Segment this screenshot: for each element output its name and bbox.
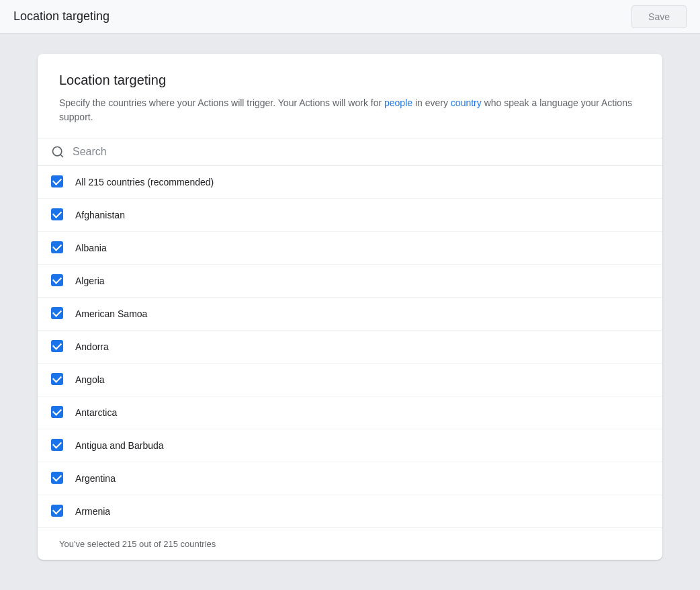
checkbox-4[interactable] [51,307,63,319]
country-link[interactable]: country [451,97,482,108]
checkbox-wrap[interactable] [51,406,64,419]
countries-list[interactable]: All 215 countries (recommended)Afghanist… [38,166,662,528]
country-name: Armenia [75,506,110,517]
top-bar: Location targeting Save [0,0,700,34]
country-name: Andorra [75,341,109,352]
main-card: Location targeting Specify the countries… [38,54,662,560]
checkbox-0[interactable] [51,175,63,187]
checkbox-6[interactable] [51,373,63,385]
checkbox-wrap[interactable] [51,340,64,353]
checkbox-7[interactable] [51,406,63,418]
checkbox-wrap[interactable] [51,373,64,386]
country-name: Antigua and Barbuda [75,440,164,451]
country-name: American Samoa [75,308,147,319]
checkbox-10[interactable] [51,505,63,517]
country-item[interactable]: Albania [38,232,662,265]
svg-line-1 [60,155,63,157]
country-item[interactable]: Armenia [38,495,662,528]
checkbox-9[interactable] [51,472,63,484]
top-bar-title: Location targeting [13,9,110,24]
page-content: Location targeting Specify the countries… [0,34,700,580]
save-button[interactable]: Save [631,5,687,28]
search-bar [38,138,662,166]
selection-count: You've selected 215 out of 215 countries [59,539,216,549]
country-item[interactable]: Angola [38,364,662,396]
country-name: Afghanistan [75,210,125,220]
checkbox-1[interactable] [51,208,63,220]
country-item[interactable]: Afghanistan [38,199,662,232]
country-name: Argentina [75,473,116,484]
country-item[interactable]: American Samoa [38,298,662,331]
checkbox-wrap[interactable] [51,307,64,321]
country-item[interactable]: Argentina [38,462,662,495]
search-input[interactable] [73,146,649,158]
card-title: Location targeting [59,73,641,88]
checkbox-5[interactable] [51,340,63,352]
card-footer: You've selected 215 out of 215 countries [38,528,662,560]
card-header: Location targeting Specify the countries… [38,54,662,138]
checkbox-wrap[interactable] [51,439,64,452]
country-item[interactable]: Antarctica [38,396,662,429]
country-item[interactable]: Andorra [38,331,662,364]
country-name: Angola [75,374,105,385]
country-item[interactable]: Antigua and Barbuda [38,429,662,462]
checkbox-wrap[interactable] [51,241,64,255]
checkbox-2[interactable] [51,241,63,253]
checkbox-wrap[interactable] [51,472,64,485]
checkbox-8[interactable] [51,439,63,451]
search-icon [51,145,64,159]
country-name: Albania [75,243,107,253]
country-name: Algeria [75,276,105,286]
country-name: All 215 countries (recommended) [75,177,214,187]
country-name: Antarctica [75,407,117,418]
checkbox-wrap[interactable] [51,175,64,189]
checkbox-3[interactable] [51,274,63,286]
checkbox-wrap[interactable] [51,274,64,288]
checkbox-wrap[interactable] [51,505,64,518]
country-item[interactable]: All 215 countries (recommended) [38,166,662,199]
country-item[interactable]: Algeria [38,265,662,298]
people-link[interactable]: people [384,97,412,108]
checkbox-wrap[interactable] [51,208,64,222]
card-description: Specify the countries where your Actions… [59,96,637,124]
